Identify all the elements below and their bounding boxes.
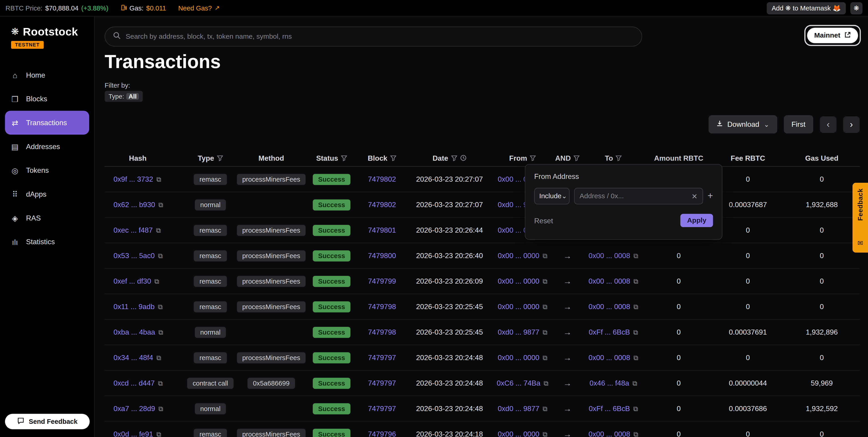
block-link[interactable]: 7479797 xyxy=(368,404,396,413)
copy-icon[interactable]: ⧉ xyxy=(543,354,548,361)
copy-icon[interactable]: ⧉ xyxy=(543,405,548,412)
mainnet-button[interactable]: Mainnet xyxy=(807,28,858,43)
sidebar-item-home[interactable]: ⌂ Home xyxy=(5,63,89,87)
to-address-link[interactable]: 0x00 ... 0008 xyxy=(588,430,630,437)
tx-hash-link[interactable]: 0xa7 ... 28d9 xyxy=(114,404,155,413)
sidebar-item-blocks[interactable]: ❒ Blocks xyxy=(5,87,89,111)
copy-icon[interactable]: ⧉ xyxy=(156,226,161,234)
reset-button[interactable]: Reset xyxy=(534,216,553,225)
copy-icon[interactable]: ⧉ xyxy=(158,252,163,260)
need-gas-link[interactable]: Need Gas? ↗ xyxy=(178,4,219,12)
search-input[interactable] xyxy=(126,33,634,40)
column-header[interactable]: Method xyxy=(236,149,307,166)
from-address-link[interactable]: 0xd0 ... 9877 xyxy=(498,404,539,413)
filter-funnel-icon[interactable] xyxy=(616,155,622,161)
tx-hash-link[interactable]: 0x9f ... 3732 xyxy=(114,175,153,183)
address-filter-input[interactable] xyxy=(580,192,691,200)
column-header[interactable]: AND xyxy=(554,149,581,166)
to-address-link[interactable]: 0xFf ... 6BcB xyxy=(589,328,630,337)
block-link[interactable]: 7479799 xyxy=(368,277,396,285)
column-header[interactable]: Fee RBTC xyxy=(712,149,784,166)
block-link[interactable]: 7479798 xyxy=(368,328,396,337)
filter-funnel-icon[interactable] xyxy=(217,155,223,161)
column-header[interactable]: Type xyxy=(185,149,236,166)
filter-funnel-icon[interactable] xyxy=(390,155,396,161)
copy-icon[interactable]: ⧉ xyxy=(543,252,548,260)
to-address-link[interactable]: 0x46 ... f48a xyxy=(590,379,629,387)
filter-funnel-icon[interactable] xyxy=(574,155,580,161)
feedback-side-tab[interactable]: Feedback ✉ xyxy=(852,183,868,253)
copy-icon[interactable]: ⧉ xyxy=(633,430,638,437)
sidebar-item-ras[interactable]: ◈ RAS xyxy=(5,206,89,230)
to-address-link[interactable]: 0x00 ... 0008 xyxy=(588,302,630,311)
copy-icon[interactable]: ⧉ xyxy=(154,277,159,285)
to-address-link[interactable]: 0x00 ... 0008 xyxy=(588,277,630,285)
column-header[interactable]: From xyxy=(492,149,554,166)
copy-icon[interactable]: ⧉ xyxy=(158,201,163,208)
copy-icon[interactable]: ⧉ xyxy=(543,303,548,311)
from-address-link[interactable]: 0x00 ... 0000 xyxy=(498,252,539,260)
block-link[interactable]: 7479802 xyxy=(368,175,396,183)
column-header[interactable]: Hash xyxy=(105,149,185,166)
apply-button[interactable]: Apply xyxy=(681,214,713,227)
copy-icon[interactable]: ⧉ xyxy=(158,379,163,387)
copy-icon[interactable]: ⧉ xyxy=(543,430,548,437)
tx-hash-link[interactable]: 0x0d ... fe91 xyxy=(114,430,153,437)
type-filter-chip[interactable]: Type: All xyxy=(105,91,143,102)
send-feedback-button[interactable]: Send Feedback xyxy=(5,414,90,429)
copy-icon[interactable]: ⧉ xyxy=(158,405,163,412)
to-address-link[interactable]: 0x00 ... 0008 xyxy=(588,353,630,362)
column-header[interactable]: Block xyxy=(356,149,407,166)
from-address-link[interactable]: 0x00 ... 0000 xyxy=(498,353,539,362)
tx-hash-link[interactable]: 0x62 ... b930 xyxy=(114,201,155,209)
copy-icon[interactable]: ⧉ xyxy=(156,430,161,437)
copy-icon[interactable]: ⧉ xyxy=(543,328,548,336)
tx-hash-link[interactable]: 0xef ... df30 xyxy=(114,277,151,285)
logo-block[interactable]: ❋ Rootstock TESTNET xyxy=(0,17,94,49)
add-filter-icon[interactable]: + xyxy=(707,191,713,202)
include-exclude-select[interactable]: Include ⌄ xyxy=(534,188,570,204)
copy-icon[interactable]: ⧉ xyxy=(632,379,637,387)
download-button[interactable]: Download ⌄ xyxy=(709,115,777,134)
from-address-link[interactable]: 0x00 ... 0000 xyxy=(498,302,539,311)
block-link[interactable]: 7479797 xyxy=(368,353,396,362)
copy-icon[interactable]: ⧉ xyxy=(156,354,161,361)
column-header[interactable]: Date xyxy=(407,149,492,166)
block-link[interactable]: 7479798 xyxy=(368,302,396,311)
clock-icon[interactable] xyxy=(460,154,466,161)
rootstock-flower-icon-button[interactable]: ❋ xyxy=(850,2,863,14)
copy-icon[interactable]: ⧉ xyxy=(633,252,638,260)
column-header[interactable]: Gas Used xyxy=(784,149,860,166)
copy-icon[interactable]: ⧉ xyxy=(633,354,638,361)
sidebar-item-addresses[interactable]: ▤ Addresses xyxy=(5,135,89,158)
sidebar-item-statistics[interactable]: ılı Statistics xyxy=(5,230,89,254)
copy-icon[interactable]: ⧉ xyxy=(158,303,163,311)
sidebar-item-transactions[interactable]: ⇄ Transactions xyxy=(5,111,89,135)
block-link[interactable]: 7479801 xyxy=(368,226,396,234)
filter-funnel-icon[interactable] xyxy=(341,155,347,161)
from-address-link[interactable]: 0x00 ... 0000 xyxy=(498,430,539,437)
copy-icon[interactable]: ⧉ xyxy=(156,175,161,183)
copy-icon[interactable]: ⧉ xyxy=(543,277,548,285)
first-page-button[interactable]: First xyxy=(784,115,813,134)
clear-input-icon[interactable]: ✕ xyxy=(691,192,698,200)
copy-icon[interactable]: ⧉ xyxy=(633,405,638,412)
block-link[interactable]: 7479800 xyxy=(368,252,396,260)
prev-page-button[interactable]: ‹ xyxy=(820,116,836,133)
block-link[interactable]: 7479797 xyxy=(368,379,396,387)
filter-funnel-icon[interactable] xyxy=(530,155,536,161)
from-address-link[interactable]: 0xC6 ... 74Ba xyxy=(497,379,540,387)
tx-hash-link[interactable]: 0xec ... f487 xyxy=(114,226,153,234)
column-header[interactable]: Status xyxy=(307,149,356,166)
copy-icon[interactable]: ⧉ xyxy=(633,303,638,311)
column-header[interactable]: To xyxy=(581,149,645,166)
from-address-link[interactable]: 0x00 ... 0000 xyxy=(498,277,539,285)
tx-hash-link[interactable]: 0x34 ... 48f4 xyxy=(114,353,153,362)
block-link[interactable]: 7479802 xyxy=(368,201,396,209)
to-address-link[interactable]: 0x00 ... 0008 xyxy=(588,252,630,260)
copy-icon[interactable]: ⧉ xyxy=(158,328,163,336)
tx-hash-link[interactable]: 0xcd ... d447 xyxy=(114,379,155,387)
copy-icon[interactable]: ⧉ xyxy=(633,328,638,336)
add-to-metamask-button[interactable]: Add ❋ to Metamask 🦊 xyxy=(767,2,846,14)
tx-hash-link[interactable]: 0xba ... 4baa xyxy=(114,328,155,337)
